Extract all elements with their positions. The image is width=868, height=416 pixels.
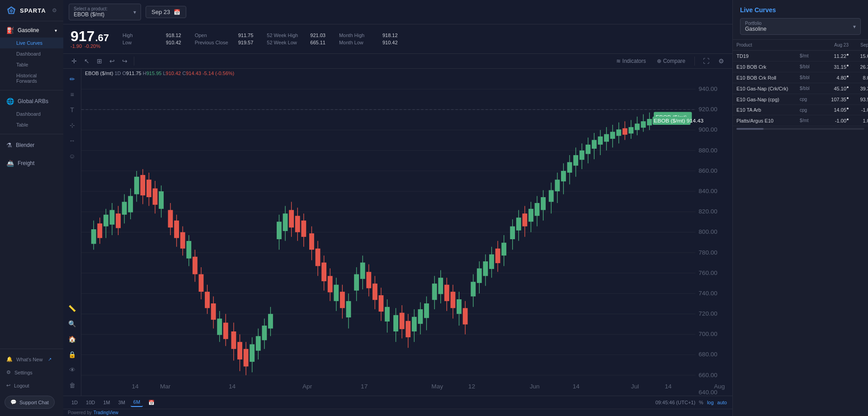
chart-settings-button[interactable]: ⚙ (716, 56, 727, 66)
chart-timeframe: 1D (114, 71, 122, 76)
blender-label: Blender (16, 142, 34, 148)
logout-label: Logout (14, 383, 29, 388)
table-row[interactable]: Platts/Argus E10 $/mt -1.00 1.00 -6.00 -… (733, 115, 868, 126)
undo-button[interactable]: ↩ (107, 56, 118, 66)
table-row[interactable]: E10 TA Arb cpg 14.05 -1.05 7.15 (733, 105, 868, 115)
table-row[interactable]: E10 Gas-Nap (Crk/Crk) $/bbl 45.10 39.30 … (733, 83, 868, 94)
sidebar-section-global-arbs: 🌐 Global ARBs Dashboard Table (0, 92, 63, 132)
timeframe-10d-button[interactable]: 10D (83, 398, 98, 407)
delete-tool[interactable]: 🗑 (66, 378, 79, 392)
sidebar-item-table[interactable]: Table (0, 59, 63, 70)
pencil-tool[interactable]: ✏ (66, 72, 79, 86)
timeframe-calendar-button[interactable]: 📅 (146, 398, 157, 407)
tradingview-link[interactable]: TradingView (94, 410, 118, 415)
price-integer: 917 (71, 29, 94, 43)
measure-tool[interactable]: ↔ (66, 134, 79, 147)
auto-label[interactable]: auto (717, 400, 727, 405)
chart-area: EBOB ($/mt) 1D O911.75 H915.95 L910.42 C… (81, 69, 732, 396)
aug-value: 4.80 (822, 75, 849, 80)
svg-rect-52 (140, 175, 145, 195)
sidebar-item-dashboard2[interactable]: Dashboard (0, 109, 63, 119)
col-product: Product (736, 43, 800, 47)
svg-rect-150 (457, 299, 462, 314)
sidebar-settings-icon[interactable]: ⚙ (52, 7, 57, 14)
cursor-tool-button[interactable]: ↖ (81, 56, 92, 66)
timeframe-1m-button[interactable]: 1M (100, 398, 113, 407)
svg-text:900.00: 900.00 (698, 127, 717, 133)
price-52week: 52 Week High 921.03 52 Week Low 665.11 (267, 33, 326, 45)
sidebar-category-blender[interactable]: ⚗ Blender (0, 138, 63, 152)
indicators-button[interactable]: ≋ Indicators (613, 56, 650, 66)
sidebar-item-live-curves[interactable]: Live Curves (0, 38, 63, 48)
svg-text:940.00: 940.00 (698, 85, 717, 92)
table-row[interactable]: TD19 $/mt 11.22 15.66 17.27 1 ▸ (733, 51, 868, 61)
sep-value: 26.30 (849, 64, 868, 70)
price-cents: .67 (95, 33, 109, 43)
svg-rect-38 (97, 223, 102, 238)
svg-rect-178 (549, 190, 554, 202)
scrollbar[interactable] (736, 128, 864, 130)
support-chat-button[interactable]: 💬 Support Chat (5, 396, 55, 409)
svg-rect-56 (153, 189, 158, 205)
aug-value: 45.10 (822, 86, 849, 91)
calendar-icon: 📅 (174, 9, 180, 15)
magnet-tool[interactable]: 🏠 (66, 332, 79, 346)
portfolio-selector[interactable]: Portfolio Gasoline ▾ (740, 18, 861, 35)
eye-tool[interactable]: 👁 (66, 363, 79, 377)
svg-rect-82 (237, 342, 242, 359)
crosshair-tool-button[interactable]: ✛ (69, 56, 80, 66)
sidebar-category-gasoline[interactable]: ⛽ Gasoline ▾ (0, 23, 63, 38)
emoji-tool[interactable]: ☺ (66, 149, 79, 163)
candle-type-button[interactable]: ⊞ (94, 56, 105, 66)
price-month: Month High 918.12 Month Low 910.42 (339, 33, 398, 45)
product-selector[interactable]: Select a product: EBOB ($/mt) ▾ (69, 4, 141, 20)
aug-value: 107.35 (822, 97, 849, 102)
sidebar-item-dashboard[interactable]: Dashboard (0, 48, 63, 59)
sidebar-category-global-arbs[interactable]: 🌐 Global ARBs (0, 94, 63, 109)
col-aug23: Aug 23 (822, 43, 849, 47)
sidebar-item-table2[interactable]: Table (0, 119, 63, 130)
table-row[interactable]: E10 BOB Crk Roll $/bbl 4.80 8.00 4.35 ▸ (733, 72, 868, 83)
text-tool[interactable]: T (66, 103, 79, 117)
svg-rect-94 (277, 222, 282, 239)
fullscreen-button[interactable]: ⛶ (700, 56, 712, 66)
shapes-tool[interactable]: ⊹ (66, 118, 79, 132)
sidebar-item-historical-forwards[interactable]: Historical Forwards (0, 70, 63, 86)
ruler-tool[interactable]: 📏 (66, 302, 79, 315)
chart-tools: ✏ ≡ T ⊹ ↔ ☺ 📏 🔍 🏠 🔒 👁 🗑 (63, 69, 81, 396)
toolbar-separator-2 (694, 57, 695, 66)
svg-rect-142 (432, 284, 437, 300)
compare-button[interactable]: ⊕ Compare (653, 56, 689, 66)
price-stat-month-high: Month High 918.12 (339, 33, 398, 38)
dashboard-label: Dashboard (16, 51, 41, 57)
sidebar-category-freight[interactable]: 🚢 Freight (0, 156, 63, 170)
scrollbar-thumb[interactable] (736, 128, 764, 130)
table-row[interactable]: E10 Gas-Nap (cpg) cpg 107.35 93.55 73.75… (733, 94, 868, 105)
52w-low-label: 52 Week Low (267, 40, 307, 45)
52w-low-value: 665.11 (310, 40, 326, 45)
svg-rect-102 (301, 221, 306, 237)
timeframe-3m-button[interactable]: 3M (116, 398, 128, 407)
sidebar-item-whats-new[interactable]: 🔔 What's New ↗ (0, 353, 63, 366)
month-low-value: 910.42 (382, 40, 398, 45)
redo-button[interactable]: ↪ (119, 56, 130, 66)
lock-tool[interactable]: 🔒 (66, 348, 79, 361)
svg-rect-46 (122, 202, 127, 214)
lines-tool[interactable]: ≡ (66, 88, 79, 101)
timeframe-6m-button[interactable]: 6M (131, 398, 143, 407)
main-content: Select a product: EBOB ($/mt) ▾ Sep 23 📅… (63, 0, 732, 416)
timeframe-1d-button[interactable]: 1D (69, 398, 80, 407)
product-unit: $/bbl (800, 64, 822, 69)
svg-text:820.00: 820.00 (698, 208, 717, 215)
svg-text:880.00: 880.00 (698, 147, 717, 154)
chart-toolbar: ✛ ↖ ⊞ ↩ ↪ ≋ Indicators ⊕ Compare ⛶ ⚙ (63, 54, 732, 69)
sidebar-item-logout[interactable]: ↩ Logout (0, 379, 63, 392)
svg-text:Jun: Jun (530, 383, 540, 390)
zoom-tool[interactable]: 🔍 (66, 317, 79, 331)
table-row[interactable]: E10 BOB Crk $/bbl 31.15 26.30 18.30 ▸ (733, 61, 868, 72)
product-name: E10 Gas-Nap (cpg) (736, 97, 800, 102)
bottom-right-info: 09:45:46 (UTC+1) % log auto (656, 400, 727, 405)
log-label[interactable]: log (707, 400, 714, 405)
sidebar-item-settings[interactable]: ⚙ Settings (0, 366, 63, 379)
date-selector[interactable]: Sep 23 📅 (146, 6, 186, 18)
